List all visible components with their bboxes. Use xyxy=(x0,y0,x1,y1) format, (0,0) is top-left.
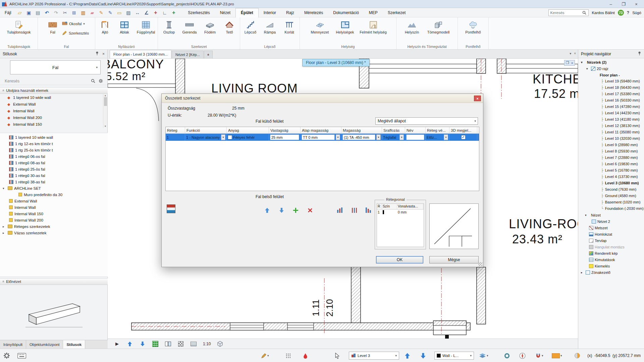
state-combo[interactable]: Meglévő állapot▾ xyxy=(375,117,478,125)
cancel-button[interactable]: Mégse xyxy=(429,256,479,263)
layer-order-icon-3[interactable] xyxy=(364,206,374,215)
tree-item[interactable]: Nézet xyxy=(578,212,644,218)
tree-item[interactable]: Metszet xyxy=(578,225,644,231)
cursor-tool-icon[interactable] xyxy=(335,352,340,359)
menu-item[interactable]: Épület xyxy=(235,8,259,17)
grid-toggle-icon[interactable] xyxy=(285,352,291,359)
user-name[interactable]: Kardos Bálint xyxy=(592,11,614,15)
line-color-swatch[interactable] xyxy=(383,210,384,214)
close-button[interactable]: × xyxy=(630,0,643,8)
tree-item[interactable]: Level 9 (28980 mm) xyxy=(578,142,644,148)
toolbar-icon[interactable] xyxy=(124,9,132,16)
site-button[interactable]: Helyszín xyxy=(401,18,423,42)
toolbar-icon[interactable] xyxy=(70,9,78,16)
expander-icon[interactable] xyxy=(3,187,6,190)
tree-item[interactable]: Hangulat montázs xyxy=(578,244,644,250)
close-panel-icon[interactable]: × xyxy=(102,52,105,56)
tree-item[interactable]: Level 15 (47280 mm) xyxy=(578,104,644,110)
search-input[interactable] xyxy=(550,11,582,15)
grid-on-icon[interactable] xyxy=(152,341,159,347)
expander-icon[interactable] xyxy=(581,271,584,274)
level-down-button[interactable] xyxy=(420,352,426,359)
style-list-item[interactable]: Vázas szerkezetek xyxy=(0,230,108,236)
layer-line-cell[interactable]: Előz...▾ xyxy=(426,134,449,141)
pencil-tool-icon[interactable]: ▾ xyxy=(261,352,269,359)
keyboard-icon[interactable] xyxy=(17,352,26,359)
smart-wall-button[interactable]: Okosfal▾ xyxy=(62,20,85,27)
tree-item[interactable]: Zónakezelő xyxy=(578,269,644,276)
expander-icon[interactable] xyxy=(3,231,6,235)
cube-3d-icon[interactable] xyxy=(217,341,223,347)
file-menu[interactable]: Fájl xyxy=(0,10,16,15)
tree-item[interactable]: Level 6 (19830 mm) xyxy=(578,161,644,167)
measured-room-button[interactable]: Felmért helyiség xyxy=(358,18,388,42)
material-layers-icon[interactable] xyxy=(167,204,175,213)
point-cloud-button[interactable]: Pontfelhő xyxy=(462,18,485,42)
tree-item[interactable]: Level 14 (44230 mm) xyxy=(578,110,644,116)
tree-item[interactable]: Second (7630 mm) xyxy=(578,186,644,193)
settings-gear-icon[interactable] xyxy=(3,352,10,359)
tree-item[interactable]: Level 8 (25930 mm) xyxy=(578,148,644,155)
new-view-tab-button[interactable]: + xyxy=(204,51,213,58)
panel-tab[interactable]: Stílusok xyxy=(63,340,85,349)
function-cell[interactable]: 1 - Nagyon alacsony▾ xyxy=(185,134,227,141)
color-swatch-button[interactable]: ▾ xyxy=(552,352,562,359)
beam-button[interactable]: Gerenda xyxy=(179,18,200,42)
style-list-item[interactable]: External Wall xyxy=(0,198,108,204)
tree-item[interactable]: Homlokzat xyxy=(578,231,644,237)
tree-item[interactable]: Level 7 (22880 mm) xyxy=(578,155,644,161)
toolbar-icon[interactable] xyxy=(115,9,123,16)
expander-icon[interactable] xyxy=(585,214,588,217)
tree-item[interactable]: Level 11 (35080 mm) xyxy=(578,129,644,135)
menu-item[interactable]: Nézet xyxy=(215,8,235,17)
style-list-item[interactable]: ARCHLine SET xyxy=(0,185,108,191)
style-list-item[interactable]: Internal Wall 150 xyxy=(0,210,108,217)
tree-item[interactable]: Basement (1020 mm) xyxy=(578,199,644,205)
style-list-item[interactable]: Muro predefinito da 30 xyxy=(0,191,108,198)
style-list-item[interactable]: Internal Wall xyxy=(0,204,108,210)
menu-item[interactable]: MEP xyxy=(364,8,383,17)
thickness-cell[interactable]: 25 mm xyxy=(269,134,301,141)
toolbar-icon[interactable] xyxy=(161,9,168,16)
tree-item[interactable]: Nézetek (2) xyxy=(578,59,644,65)
layer-order-icon-1[interactable] xyxy=(335,206,345,215)
layer-order-icon-2[interactable] xyxy=(350,206,360,215)
toolbar-icon[interactable] xyxy=(79,9,87,16)
resize-grip[interactable] xyxy=(478,262,482,266)
style-list-item[interactable]: 1 rtg 12-es km tömör t xyxy=(0,140,108,147)
style-list-item[interactable]: 1 rétegű 30-as fal xyxy=(0,172,108,179)
expander-icon[interactable] xyxy=(586,67,590,70)
tree-item[interactable]: Level 18 (56430 mm) xyxy=(578,84,644,91)
tree-item[interactable]: Foundation (-2030 mm) xyxy=(578,205,644,212)
material-cell[interactable]: Fényes fehér xyxy=(227,134,269,141)
hatch-cell[interactable]: Téglafal▾ xyxy=(382,134,405,141)
level-up-button[interactable] xyxy=(404,352,411,359)
expander-icon[interactable] xyxy=(581,61,584,64)
slab-button[interactable]: Födém xyxy=(200,18,220,42)
layers-table-header[interactable]: Réteg Funkció Anyag Vastagság Alap magas… xyxy=(166,127,479,134)
style-list-item[interactable]: Réteges szerkezetek xyxy=(0,223,108,230)
layers-table[interactable]: Réteg Funkció Anyag Vastagság Alap magas… xyxy=(165,127,479,191)
toolbar-icon[interactable] xyxy=(25,9,33,16)
level-up-icon[interactable] xyxy=(126,341,133,347)
preview-section-header[interactable]: » Előnézet xyxy=(0,278,108,285)
scale-list-icon[interactable] xyxy=(190,341,197,347)
toolbar-icon[interactable] xyxy=(61,9,69,16)
recent-style-item[interactable]: 1 layered 10 wide wall xyxy=(0,94,103,101)
pin-icon[interactable] xyxy=(95,51,99,57)
tree-item[interactable]: Level 13 (41180 mm) xyxy=(578,116,644,123)
properties-button[interactable]: Tulajdonságok xyxy=(3,18,35,42)
dialog-title-bar[interactable]: Összetett szerkezet xyxy=(162,94,483,103)
toolbar-icon[interactable] xyxy=(143,9,150,16)
toolbar-icon[interactable] xyxy=(152,9,159,16)
style-list-item[interactable]: 1 layered 10 wide wall xyxy=(0,134,108,140)
tree-item[interactable]: Tervlap xyxy=(578,237,644,244)
move-layer-up-button[interactable] xyxy=(262,206,272,215)
compass-icon[interactable] xyxy=(519,352,526,359)
height-cell[interactable]: (1) TA -450 mm▾ xyxy=(341,134,382,141)
tree-item[interactable]: Floor plan - xyxy=(578,72,644,78)
layer-row-selected[interactable]: 1 1 - Nagyon alacsony▾ Fényes fehér 25 m… xyxy=(166,134,479,141)
split-view-icon[interactable] xyxy=(165,341,171,347)
show-3d-cell[interactable]: ✓ xyxy=(449,134,477,141)
mass-model-button[interactable]: Tömegmodell xyxy=(424,18,453,42)
